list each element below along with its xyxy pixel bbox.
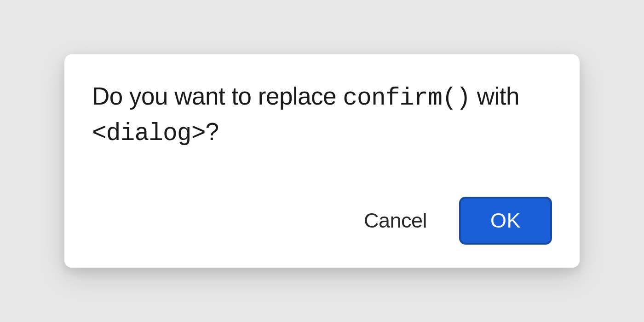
ok-button[interactable]: OK [459, 197, 552, 245]
dialog-message: Do you want to replace confirm() with <d… [92, 80, 552, 150]
message-code-1: confirm() [343, 84, 470, 112]
dialog-button-row: Cancel OK [92, 197, 552, 245]
cancel-button[interactable]: Cancel [364, 209, 427, 233]
message-text-1: Do you want to replace [92, 82, 343, 110]
message-text-3: ? [205, 118, 218, 145]
confirm-dialog: Do you want to replace confirm() with <d… [64, 54, 580, 267]
message-code-2: <dialog> [92, 120, 205, 147]
message-text-2: with [471, 82, 519, 110]
